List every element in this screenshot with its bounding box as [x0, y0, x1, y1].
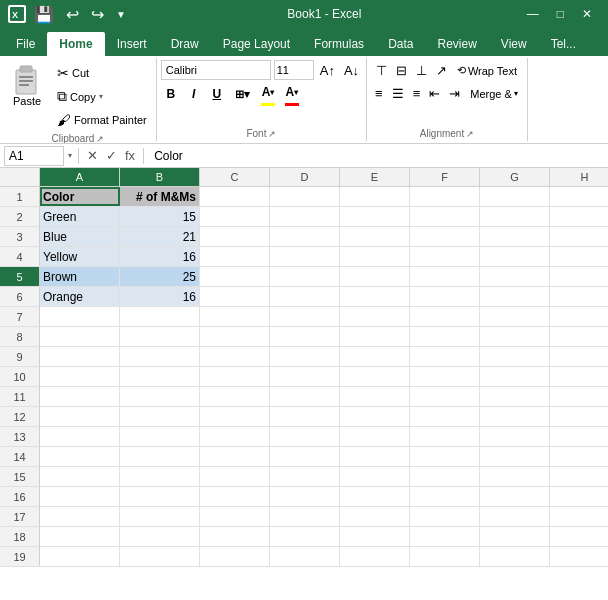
cell-G12[interactable]: [480, 407, 550, 426]
fill-color-button[interactable]: A▾: [258, 82, 279, 106]
cell-F2[interactable]: [410, 207, 480, 226]
cell-C8[interactable]: [200, 327, 270, 346]
font-color-button[interactable]: A▾: [281, 82, 302, 106]
cell-D16[interactable]: [270, 487, 340, 506]
cell-G5[interactable]: [480, 267, 550, 286]
cell-F15[interactable]: [410, 467, 480, 486]
cell-A17[interactable]: [40, 507, 120, 526]
cell-G18[interactable]: [480, 527, 550, 546]
align-left-button[interactable]: ≡: [371, 83, 387, 104]
cell-A13[interactable]: [40, 427, 120, 446]
row-header-6[interactable]: 6: [0, 287, 40, 306]
cell-H6[interactable]: [550, 287, 608, 306]
cell-E16[interactable]: [340, 487, 410, 506]
cell-B17[interactable]: [120, 507, 200, 526]
cell-D13[interactable]: [270, 427, 340, 446]
decrease-indent-button[interactable]: ⇤: [425, 83, 444, 104]
cell-C3[interactable]: [200, 227, 270, 246]
cell-H10[interactable]: [550, 367, 608, 386]
cell-B10[interactable]: [120, 367, 200, 386]
cell-F10[interactable]: [410, 367, 480, 386]
col-header-e[interactable]: E: [340, 168, 410, 186]
cell-H14[interactable]: [550, 447, 608, 466]
cell-E18[interactable]: [340, 527, 410, 546]
cell-A14[interactable]: [40, 447, 120, 466]
border-button[interactable]: ⊞▾: [230, 84, 255, 104]
row-header-18[interactable]: 18: [0, 527, 40, 546]
cell-G11[interactable]: [480, 387, 550, 406]
cell-G19[interactable]: [480, 547, 550, 566]
align-middle-button[interactable]: ⊟: [392, 60, 411, 81]
cell-A19[interactable]: [40, 547, 120, 566]
cell-G1[interactable]: [480, 187, 550, 206]
cell-F16[interactable]: [410, 487, 480, 506]
cell-B15[interactable]: [120, 467, 200, 486]
cell-G2[interactable]: [480, 207, 550, 226]
cell-F9[interactable]: [410, 347, 480, 366]
select-all-button[interactable]: [0, 168, 40, 186]
col-header-d[interactable]: D: [270, 168, 340, 186]
cell-H4[interactable]: [550, 247, 608, 266]
cell-G10[interactable]: [480, 367, 550, 386]
row-header-15[interactable]: 15: [0, 467, 40, 486]
cell-A1[interactable]: Color: [40, 187, 120, 206]
row-header-1[interactable]: 1: [0, 187, 40, 206]
cell-D4[interactable]: [270, 247, 340, 266]
cell-D19[interactable]: [270, 547, 340, 566]
cell-H3[interactable]: [550, 227, 608, 246]
col-header-b[interactable]: B: [120, 168, 200, 186]
cell-D15[interactable]: [270, 467, 340, 486]
text-orientation-button[interactable]: ↗: [432, 60, 451, 81]
row-header-3[interactable]: 3: [0, 227, 40, 246]
row-header-17[interactable]: 17: [0, 507, 40, 526]
cell-B2[interactable]: 15: [120, 207, 200, 226]
cell-H1[interactable]: [550, 187, 608, 206]
row-header-8[interactable]: 8: [0, 327, 40, 346]
cell-G7[interactable]: [480, 307, 550, 326]
maximize-button[interactable]: □: [549, 5, 572, 23]
cell-H17[interactable]: [550, 507, 608, 526]
cell-A5[interactable]: Brown: [40, 267, 120, 286]
cell-D10[interactable]: [270, 367, 340, 386]
cell-F12[interactable]: [410, 407, 480, 426]
font-size-input[interactable]: [274, 60, 314, 80]
decrease-font-size-button[interactable]: A↓: [341, 61, 362, 80]
row-header-11[interactable]: 11: [0, 387, 40, 406]
cell-A18[interactable]: [40, 527, 120, 546]
cell-C5[interactable]: [200, 267, 270, 286]
cell-A4[interactable]: Yellow: [40, 247, 120, 266]
cell-F8[interactable]: [410, 327, 480, 346]
tab-formulas[interactable]: Formulas: [302, 32, 376, 56]
align-bottom-button[interactable]: ⊥: [412, 60, 431, 81]
cell-B13[interactable]: [120, 427, 200, 446]
align-top-button[interactable]: ⊤: [372, 60, 391, 81]
paste-button[interactable]: Paste: [4, 60, 50, 110]
cell-F4[interactable]: [410, 247, 480, 266]
name-box-dropdown[interactable]: ▾: [68, 151, 72, 160]
col-header-c[interactable]: C: [200, 168, 270, 186]
cell-E11[interactable]: [340, 387, 410, 406]
cell-C17[interactable]: [200, 507, 270, 526]
cell-E17[interactable]: [340, 507, 410, 526]
cell-G14[interactable]: [480, 447, 550, 466]
cell-C15[interactable]: [200, 467, 270, 486]
cell-B1[interactable]: # of M&Ms: [120, 187, 200, 206]
cell-B11[interactable]: [120, 387, 200, 406]
tab-insert[interactable]: Insert: [105, 32, 159, 56]
alignment-expand-icon[interactable]: ↗: [466, 129, 474, 139]
cell-G6[interactable]: [480, 287, 550, 306]
copy-button[interactable]: ⧉ Copy ▾: [52, 85, 152, 108]
cell-H7[interactable]: [550, 307, 608, 326]
formula-input[interactable]: [150, 149, 604, 163]
cell-E19[interactable]: [340, 547, 410, 566]
cell-C16[interactable]: [200, 487, 270, 506]
cell-C7[interactable]: [200, 307, 270, 326]
cell-A12[interactable]: [40, 407, 120, 426]
cell-F17[interactable]: [410, 507, 480, 526]
cell-B12[interactable]: [120, 407, 200, 426]
cell-C9[interactable]: [200, 347, 270, 366]
row-header-7[interactable]: 7: [0, 307, 40, 326]
cell-C6[interactable]: [200, 287, 270, 306]
tab-tell[interactable]: Tel...: [539, 32, 588, 56]
cell-D17[interactable]: [270, 507, 340, 526]
